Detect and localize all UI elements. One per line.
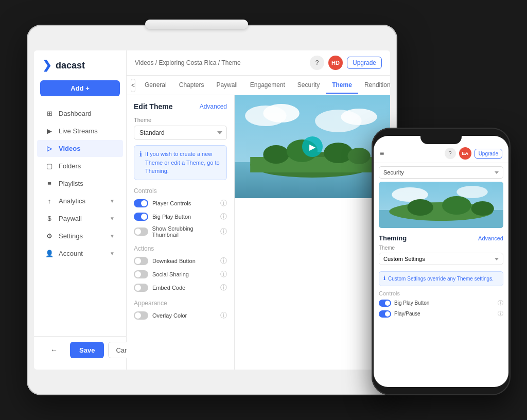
- edit-theme-panel: Edit Theme Advanced Theme Standard Custo…: [127, 95, 235, 370]
- theme-field-label: Theme: [134, 117, 227, 123]
- back-button[interactable]: ←: [42, 342, 66, 358]
- chevron-down-icon-3: ▼: [110, 233, 115, 239]
- sidebar-item-account[interactable]: 👤 Account ▼: [37, 245, 123, 262]
- panel-title: Edit Theme: [134, 102, 172, 111]
- sidebar-label-dashboard: Dashboard: [59, 110, 92, 117]
- sidebar-item-live-streams[interactable]: ▶ Live Streams: [37, 122, 123, 139]
- big-play-button-label: Big Play Button: [152, 214, 191, 220]
- download-button-info[interactable]: ⓘ: [220, 256, 227, 266]
- phone-play-pause-toggle[interactable]: [379, 310, 391, 318]
- sidebar-label-live-streams: Live Streams: [59, 127, 98, 135]
- panel-header: Edit Theme Advanced: [134, 102, 227, 111]
- folders-icon: ▢: [45, 162, 54, 170]
- phone-big-play-label: Big Play Button: [394, 300, 429, 306]
- embed-code-info[interactable]: ⓘ: [220, 283, 227, 292]
- tab-paywall[interactable]: Paywall: [210, 77, 243, 94]
- svg-point-2: [263, 104, 299, 122]
- phone-security-select[interactable]: Security: [379, 166, 503, 179]
- embed-code-label: Embed Code: [152, 285, 185, 291]
- social-sharing-left: Social Sharing: [134, 270, 189, 278]
- svg-point-8: [263, 145, 289, 164]
- svg-point-10: [324, 143, 353, 163]
- player-controls-left: Player Controls: [134, 199, 191, 207]
- phone-menu-icon[interactable]: ≡: [380, 149, 384, 157]
- phone-user-avatar[interactable]: EA: [459, 147, 471, 160]
- embed-code-row: Embed Code ⓘ: [134, 283, 227, 292]
- dacast-logo-text: dacast: [56, 60, 85, 71]
- scrubbing-thumbnail-left: Show Scrubbing Thumbnail: [134, 225, 220, 238]
- phone-big-play-toggle[interactable]: [379, 300, 391, 307]
- add-button[interactable]: Add +: [40, 80, 120, 96]
- tab-general[interactable]: General: [138, 77, 173, 94]
- phone-big-play-info[interactable]: ⓘ: [498, 299, 503, 307]
- player-controls-toggle[interactable]: [134, 199, 148, 207]
- phone-theming-header: Theming Advanced: [379, 234, 503, 242]
- top-actions: ? HD Upgrade: [310, 56, 382, 70]
- svg-point-14: [456, 186, 488, 198]
- upgrade-button[interactable]: Upgrade: [347, 57, 382, 69]
- sidebar-item-paywall[interactable]: $ Paywall ▼: [37, 210, 123, 227]
- scrubbing-thumbnail-row: Show Scrubbing Thumbnail ⓘ: [134, 225, 227, 238]
- advanced-link[interactable]: Advanced: [200, 103, 227, 110]
- svg-point-18: [442, 196, 471, 215]
- phone-big-play-left: Big Play Button: [379, 300, 429, 307]
- tab-renditions[interactable]: Renditions: [358, 77, 390, 94]
- big-play-button-toggle[interactable]: [134, 213, 148, 221]
- tab-theme[interactable]: Theme: [326, 77, 358, 94]
- info-text: If you wish to create a new Theme or edi…: [145, 150, 221, 176]
- video-preview: ▶: [235, 95, 390, 198]
- playlists-icon: ≡: [45, 180, 54, 187]
- logo-area: ❯ dacast: [34, 59, 126, 80]
- actions-section-title: Actions: [134, 245, 227, 252]
- phone-notch: [420, 136, 462, 144]
- phone-info-icon: ℹ: [383, 275, 385, 282]
- user-avatar[interactable]: HD: [328, 56, 343, 70]
- sidebar-item-videos[interactable]: ▷ Videos: [37, 140, 123, 157]
- download-button-toggle[interactable]: [134, 257, 148, 265]
- sidebar-item-dashboard[interactable]: ⊞ Dashboard: [37, 105, 123, 122]
- tab-engagement[interactable]: Engagement: [244, 77, 291, 94]
- tablet-screen: ❯ dacast Add + ⊞ Dashboard ▶ Live Stream…: [34, 50, 390, 370]
- sidebar-item-folders[interactable]: ▢ Folders: [37, 157, 123, 174]
- embed-code-toggle[interactable]: [134, 284, 148, 292]
- overlay-color-row: Overlay Color ⓘ: [134, 311, 227, 320]
- help-button[interactable]: ?: [310, 56, 324, 70]
- tab-bar: < General Chapters Paywall Engagement Se…: [127, 76, 390, 95]
- play-button-overlay[interactable]: ▶: [302, 136, 323, 157]
- tab-chapters[interactable]: Chapters: [173, 77, 210, 94]
- tab-back-button[interactable]: <: [131, 79, 135, 92]
- social-sharing-info[interactable]: ⓘ: [220, 270, 227, 279]
- player-controls-info[interactable]: ⓘ: [220, 199, 227, 208]
- phone-video-preview: [379, 182, 503, 228]
- video-background: ▶: [235, 95, 390, 198]
- social-sharing-toggle[interactable]: [134, 270, 148, 278]
- phone-content: Theming Advanced Theme Custom Settings S…: [374, 231, 508, 387]
- sidebar-label-playlists: Playlists: [59, 180, 83, 187]
- sidebar-item-settings[interactable]: ⚙ Settings ▼: [37, 227, 123, 244]
- phone-play-pause-info[interactable]: ⓘ: [498, 310, 503, 318]
- phone-help-icon[interactable]: ?: [445, 148, 456, 159]
- sidebar-item-playlists[interactable]: ≡ Playlists: [37, 175, 123, 192]
- save-cancel-area: ← Save Cancel: [34, 336, 126, 363]
- svg-point-4: [341, 109, 377, 125]
- sidebar-item-analytics[interactable]: ↑ Analytics ▼: [37, 192, 123, 209]
- analytics-icon: ↑: [45, 197, 54, 205]
- scrubbing-thumbnail-toggle[interactable]: [134, 227, 148, 236]
- overlay-color-toggle[interactable]: [134, 311, 148, 320]
- tab-security[interactable]: Security: [291, 77, 326, 94]
- save-button[interactable]: Save: [70, 342, 104, 358]
- phone-advanced-link[interactable]: Advanced: [478, 235, 503, 241]
- overlay-color-info[interactable]: ⓘ: [220, 311, 227, 320]
- scrubbing-thumbnail-info[interactable]: ⓘ: [220, 227, 227, 236]
- live-streams-icon: ▶: [45, 127, 54, 135]
- theme-info-box: ℹ If you wish to create a new Theme or e…: [134, 145, 227, 180]
- big-play-button-left: Big Play Button: [134, 213, 191, 221]
- sidebar-label-videos: Videos: [59, 145, 80, 152]
- phone-theme-select[interactable]: Custom Settings Standard Dark: [379, 253, 503, 265]
- svg-point-17: [407, 199, 433, 216]
- big-play-button-info[interactable]: ⓘ: [220, 212, 227, 221]
- phone-upgrade-button[interactable]: Upgrade: [475, 149, 502, 159]
- theme-select[interactable]: Standard Custom Dark Light: [134, 126, 227, 140]
- appearance-section-title: Appearance: [134, 300, 227, 307]
- sidebar-label-settings: Settings: [59, 232, 83, 240]
